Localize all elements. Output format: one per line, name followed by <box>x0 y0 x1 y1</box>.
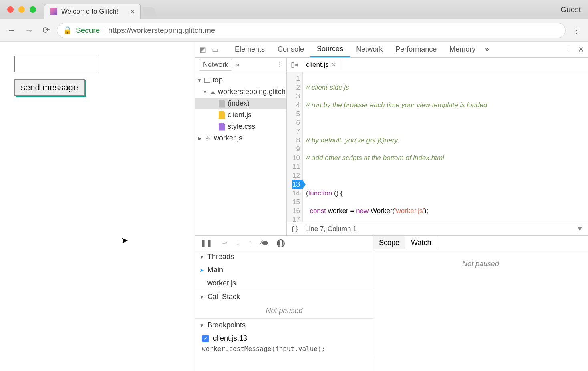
thread-main[interactable]: Main <box>195 263 373 277</box>
tab-console[interactable]: Console <box>271 42 310 57</box>
inspect-icon[interactable]: ◩ <box>199 45 206 54</box>
profile-label[interactable]: Guest <box>560 5 581 14</box>
sources-navigator: Network » ⋮ ▼ top ▼☁ workerstepping.glit… <box>195 58 287 235</box>
tree-worker[interactable]: ▶⚙ worker.js <box>195 132 286 144</box>
watch-tab[interactable]: Watch <box>405 236 437 249</box>
line-gutter[interactable]: 1234 5678 9101112 13 1415161718 <box>287 72 303 222</box>
address-bar[interactable]: 🔒 Secure https://workerstepping.glitch.m… <box>57 23 566 38</box>
traffic-lights <box>7 6 36 13</box>
close-tab-button[interactable]: × <box>130 8 135 16</box>
devtools-panel: ◩ ▭ Elements Console Sources Network Per… <box>195 42 588 371</box>
scope-not-paused: Not paused <box>459 257 502 271</box>
step-over-button[interactable]: ⤻ <box>221 239 227 247</box>
more-navigator-tabs-icon[interactable]: » <box>236 61 239 69</box>
thread-worker[interactable]: worker.js <box>195 277 373 290</box>
message-input[interactable] <box>14 56 97 72</box>
breakpoint-item[interactable]: ✓ client.js:13 <box>195 332 373 345</box>
scope-watch-panel: Scope Watch Not paused <box>373 236 588 371</box>
reload-button[interactable]: ⟳ <box>41 24 51 37</box>
devtools-tabbar: ◩ ▭ Elements Console Sources Network Per… <box>195 42 588 58</box>
callstack-not-paused: Not paused <box>195 303 373 318</box>
scope-tab[interactable]: Scope <box>373 236 405 249</box>
close-window-button[interactable] <box>7 6 14 13</box>
breakpoint-checkbox[interactable]: ✓ <box>202 335 209 342</box>
forward-button[interactable]: → <box>23 24 35 37</box>
devtools-settings-icon[interactable]: ⋮ <box>564 45 572 54</box>
tab-performance[interactable]: Performance <box>389 42 443 57</box>
breakpoint-marker[interactable]: 13 <box>292 180 302 189</box>
tree-top[interactable]: ▼ top <box>195 74 286 86</box>
pretty-print-icon[interactable]: { } <box>292 225 298 233</box>
tab-sources[interactable]: Sources <box>310 42 350 57</box>
browser-tab[interactable]: Welcome to Glitch! × <box>44 4 141 19</box>
editor-statusbar: { } Line 7, Column 1 ▼ <box>287 222 588 235</box>
cursor-position: Line 7, Column 1 <box>305 225 357 233</box>
debug-sidebar: ❚❚ ⤻ ↓ ↑ ⁄⬬ ❚❚ ▼Threads Main worker.js <box>195 236 373 371</box>
maximize-window-button[interactable] <box>30 6 36 13</box>
new-tab-button[interactable] <box>142 7 157 18</box>
tree-file-index[interactable]: (index) <box>195 98 286 109</box>
coverage-icon[interactable]: ▼ <box>576 225 583 233</box>
navigator-menu-icon[interactable]: ⋮ <box>276 60 283 69</box>
tree-domain[interactable]: ▼☁ workerstepping.glitch <box>195 86 286 98</box>
devtools-close-icon[interactable]: ✕ <box>578 45 584 54</box>
url-text: https://workerstepping.glitch.me <box>108 26 215 35</box>
secure-label: Secure <box>76 26 100 35</box>
pause-on-exceptions-button[interactable]: ❚❚ <box>277 238 285 247</box>
tab-elements[interactable]: Elements <box>228 42 271 57</box>
tab-network[interactable]: Network <box>350 42 389 57</box>
close-editor-tab-icon[interactable]: × <box>332 61 336 68</box>
divider <box>104 26 104 35</box>
browser-titlebar: Welcome to Glitch! × Guest <box>0 0 588 19</box>
device-toggle-icon[interactable]: ▭ <box>212 45 219 54</box>
minimize-window-button[interactable] <box>18 6 25 13</box>
source-editor: ▯◂ client.js × 1234 5678 9101112 13 1415… <box>287 58 588 235</box>
lock-icon: 🔒 <box>63 26 72 35</box>
debug-controls: ❚❚ ⤻ ↓ ↑ ⁄⬬ ❚❚ <box>195 236 373 250</box>
deactivate-breakpoints-button[interactable]: ⁄⬬ <box>261 239 268 247</box>
breakpoint-code: worker.postMessage(input.value); <box>195 345 373 356</box>
tree-file-stylecss[interactable]: style.css <box>195 121 286 132</box>
file-tree: ▼ top ▼☁ workerstepping.glitch (index) c… <box>195 72 286 146</box>
page-viewport: send message <box>0 42 195 371</box>
back-button[interactable]: ← <box>6 24 18 37</box>
editor-tab-clientjs[interactable]: client.js × <box>302 59 340 70</box>
source-code[interactable]: // client-side js // run by the browser … <box>303 72 491 222</box>
callstack-section-header[interactable]: ▼Call Stack <box>195 290 373 303</box>
breakpoints-section-header[interactable]: ▼Breakpoints <box>195 319 373 332</box>
step-into-button[interactable]: ↓ <box>236 239 240 247</box>
tab-favicon <box>50 8 57 15</box>
browser-menu-button[interactable]: ⋮ <box>571 24 582 37</box>
browser-toolbar: ← → ⟳ 🔒 Secure https://workerstepping.gl… <box>0 19 588 42</box>
toggle-navigator-icon[interactable]: ▯◂ <box>291 60 298 69</box>
tab-title: Welcome to Glitch! <box>61 8 118 16</box>
step-out-button[interactable]: ↑ <box>248 239 252 247</box>
pause-button[interactable]: ❚❚ <box>200 239 212 247</box>
navigator-tab[interactable]: Network <box>199 59 232 71</box>
threads-section-header[interactable]: ▼Threads <box>195 250 373 263</box>
tab-memory[interactable]: Memory <box>443 42 482 57</box>
tree-file-clientjs[interactable]: client.js <box>195 109 286 121</box>
send-message-button[interactable]: send message <box>14 79 85 96</box>
more-tabs-icon[interactable]: » <box>482 42 492 57</box>
